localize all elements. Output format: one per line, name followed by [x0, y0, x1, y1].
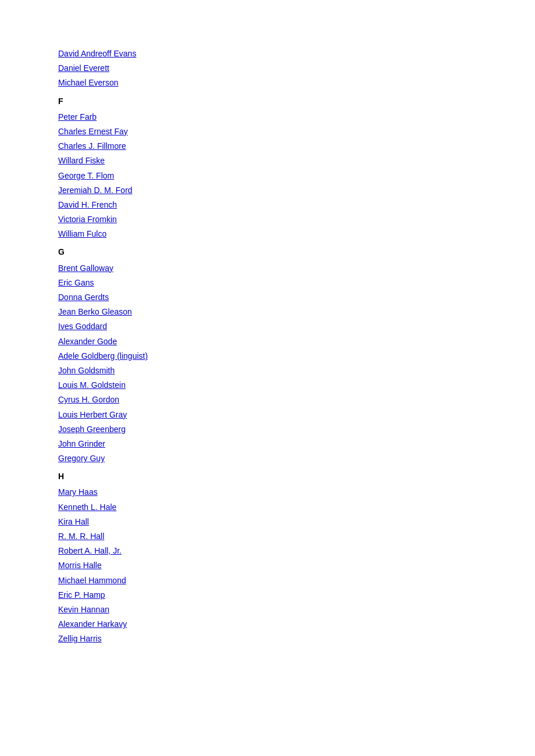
name-link[interactable]: Kira Hall — [58, 515, 477, 529]
name-link[interactable]: Mary Haas — [58, 485, 477, 500]
name-link[interactable]: Alexander Gode — [58, 334, 477, 349]
name-link[interactable]: Charles J. Fillmore — [58, 139, 477, 154]
name-link[interactable]: Daniel Everett — [58, 61, 477, 76]
name-link[interactable]: Kenneth L. Hale — [58, 500, 477, 515]
content-container: David Andreoff EvansDaniel EverettMichae… — [58, 47, 477, 647]
name-link[interactable]: Michael Hammond — [58, 573, 477, 588]
name-link[interactable]: Kevin Hannan — [58, 602, 477, 617]
name-link[interactable]: Gregory Guy — [58, 451, 477, 466]
name-link[interactable]: George T. Flom — [58, 169, 477, 183]
name-link[interactable]: Charles Ernest Fay — [58, 124, 477, 139]
section-header-f: F — [58, 94, 477, 109]
name-link[interactable]: Robert A. Hall, Jr. — [58, 544, 477, 558]
name-link[interactable]: Michael Everson — [58, 76, 477, 90]
name-link[interactable]: Louis M. Goldstein — [58, 378, 477, 393]
name-link[interactable]: Joseph Greenberg — [58, 422, 477, 437]
name-link[interactable]: John Grinder — [58, 437, 477, 451]
name-link[interactable]: Jean Berko Gleason — [58, 305, 477, 319]
name-link[interactable]: Peter Farb — [58, 110, 477, 124]
name-link[interactable]: Brent Galloway — [58, 261, 477, 276]
section-header-g: G — [58, 245, 477, 259]
name-link[interactable]: Willard Fiske — [58, 154, 477, 168]
name-link[interactable]: R. M. R. Hall — [58, 529, 477, 544]
name-link[interactable]: Morris Halle — [58, 558, 477, 573]
name-link[interactable]: Louis Herbert Gray — [58, 408, 477, 422]
name-link[interactable]: David Andreoff Evans — [58, 47, 477, 61]
name-link[interactable]: Zellig Harris — [58, 632, 477, 646]
name-link[interactable]: Donna Gerdts — [58, 290, 477, 305]
name-link[interactable]: Cyrus H. Gordon — [58, 393, 477, 407]
name-link[interactable]: David H. French — [58, 198, 477, 212]
name-link[interactable]: John Goldsmith — [58, 363, 477, 378]
name-link[interactable]: Adele Goldberg (linguist) — [58, 349, 477, 363]
name-link[interactable]: Eric P. Hamp — [58, 588, 477, 602]
name-link[interactable]: Eric Gans — [58, 276, 477, 290]
name-link[interactable]: Alexander Harkavy — [58, 617, 477, 632]
name-link[interactable]: William Fulco — [58, 227, 477, 241]
section-header-h: H — [58, 469, 477, 484]
name-link[interactable]: Victoria Fromkin — [58, 212, 477, 227]
name-link[interactable]: Jeremiah D. M. Ford — [58, 183, 477, 198]
name-link[interactable]: Ives Goddard — [58, 319, 477, 334]
